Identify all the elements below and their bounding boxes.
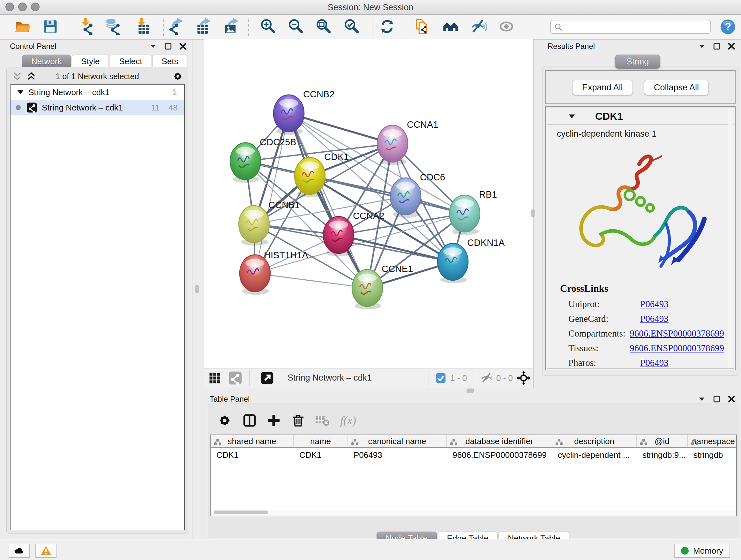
selected-counts: 1 - 0 — [450, 373, 467, 383]
network-node[interactable]: CCNA2 — [323, 211, 384, 256]
export-table-button[interactable] — [195, 18, 212, 35]
collapse-all-button[interactable]: Collapse All — [644, 80, 709, 95]
gene-card-header[interactable]: CDK1 — [547, 108, 734, 125]
panel-menu-icon[interactable] — [697, 395, 706, 403]
panel-close-icon[interactable] — [727, 395, 736, 403]
crosslink-link[interactable]: 9606.ENSP00000378699 — [630, 328, 724, 343]
import-network-file-button[interactable] — [78, 18, 95, 35]
node-label: CCNB2 — [303, 89, 334, 99]
panel-menu-icon[interactable] — [149, 42, 158, 51]
edge-count: 48 — [169, 103, 178, 113]
column-header-name[interactable]: name — [293, 435, 348, 447]
network-node[interactable]: CDKN1A — [437, 238, 505, 283]
open-in-new-window-icon[interactable] — [260, 371, 274, 385]
table-row[interactable]: CDK1CDK1P064939606.ENSP00000378699cyclin… — [211, 448, 736, 462]
warning-button[interactable] — [36, 544, 57, 558]
fit-content-crosshair-icon[interactable] — [516, 370, 531, 386]
tab-string[interactable]: String — [615, 55, 660, 69]
network-node[interactable]: CCNB2 — [273, 89, 334, 135]
help-button[interactable]: ? — [720, 19, 736, 35]
table-cell[interactable]: CDK1 — [211, 450, 293, 460]
tab-network[interactable]: Network — [22, 55, 71, 68]
table-add-icon[interactable] — [266, 413, 281, 428]
column-header-canonical-name[interactable]: canonical name — [348, 435, 447, 447]
selected-checkbox-icon[interactable] — [435, 372, 447, 384]
table-panel-title: Table Panel — [210, 395, 250, 403]
expand-all-button[interactable]: Expand All — [572, 80, 633, 95]
table-cell[interactable]: P06493 — [348, 450, 447, 460]
crosslink-link[interactable]: P06493 — [640, 299, 669, 314]
network-from-selection-button[interactable] — [414, 18, 430, 35]
export-network-button[interactable] — [167, 18, 184, 35]
node-label: CDK1 — [324, 152, 349, 162]
tab-style[interactable]: Style — [72, 55, 109, 68]
network-row[interactable]: String Network – cdk1 11 48 — [10, 100, 184, 115]
results-scrollbar[interactable] — [728, 109, 733, 368]
column-header--id[interactable]: @id — [636, 435, 688, 447]
zoom-in-button[interactable] — [260, 18, 276, 35]
memory-label: Memory — [693, 546, 723, 556]
crosslink-row: GeneCard: P06493 — [560, 314, 724, 328]
left-splitter-handle[interactable] — [195, 285, 199, 293]
table-delete-row-icon[interactable] — [290, 413, 306, 428]
search-input[interactable] — [565, 21, 707, 33]
network-list: String Network – cdk1 1 String Network –… — [10, 84, 185, 530]
triangle-down-icon[interactable] — [16, 88, 24, 97]
column-header-namespace[interactable]: namespace — [688, 435, 739, 447]
refresh-button[interactable] — [379, 18, 395, 35]
cloud-button[interactable] — [9, 544, 30, 558]
panel-close-icon[interactable] — [179, 42, 187, 51]
crosslink-link[interactable]: P06493 — [640, 358, 669, 372]
triangle-down-icon[interactable] — [568, 112, 576, 121]
table-cell[interactable]: cyclin-dependent ... — [552, 450, 636, 460]
hide-selected-button[interactable] — [470, 18, 487, 35]
tab-select[interactable]: Select — [110, 55, 151, 68]
zoom-out-button[interactable] — [287, 18, 304, 35]
network-node[interactable]: RB1 — [449, 189, 497, 235]
network-node[interactable]: CCNE1 — [352, 264, 413, 309]
home-button[interactable] — [442, 18, 459, 35]
column-header-database-identifier[interactable]: database identifier — [447, 435, 552, 447]
table-gear-icon[interactable] — [217, 413, 232, 428]
table-columns-icon[interactable] — [242, 413, 257, 428]
birdseye-grid-icon[interactable] — [208, 371, 222, 385]
zoom-selected-button[interactable] — [343, 18, 360, 35]
network-node[interactable]: HIST1H1A — [240, 250, 308, 295]
open-session-button[interactable] — [14, 18, 30, 35]
column-header-description[interactable]: description — [552, 435, 636, 447]
right-splitter-handle[interactable] — [531, 209, 535, 217]
table-hscroll-thumb[interactable] — [214, 510, 268, 514]
table-cell[interactable]: CDK1 — [293, 450, 348, 460]
column-header-shared-name[interactable]: shared name — [211, 435, 293, 447]
import-network-database-button[interactable] — [105, 18, 121, 35]
network-node[interactable]: CDK1 — [294, 152, 349, 197]
network-options-gear-icon[interactable] — [172, 71, 184, 82]
shared-column-icon — [214, 438, 221, 445]
import-table-button[interactable] — [134, 18, 151, 35]
network-share-icon-disabled[interactable] — [228, 371, 242, 385]
panel-close-icon[interactable] — [727, 42, 736, 51]
table-function-icon: f(x) — [339, 413, 364, 428]
table-cell[interactable]: stringdb — [688, 450, 739, 460]
panel-float-icon[interactable] — [712, 395, 721, 403]
network-collection-row[interactable]: String Network – cdk1 1 — [10, 84, 184, 100]
bottom-splitter-handle[interactable] — [467, 388, 474, 393]
network-node[interactable]: CDC6 — [390, 172, 445, 218]
shared-column-icon — [555, 438, 563, 445]
export-image-button[interactable] — [223, 18, 239, 35]
crosslink-link[interactable]: P06493 — [640, 314, 669, 328]
save-session-button[interactable] — [42, 18, 59, 35]
network-node[interactable]: CCNB1 — [239, 200, 300, 246]
tab-sets[interactable]: Sets — [152, 55, 187, 68]
table-cell[interactable]: 9606.ENSP00000378699 — [447, 450, 552, 460]
zoom-fit-button[interactable] — [315, 18, 332, 35]
panel-menu-icon[interactable] — [697, 42, 706, 51]
network-canvas[interactable]: CCNB2 CCNA1 CDC25B CDK1 — [204, 39, 533, 368]
panel-float-icon[interactable] — [712, 42, 721, 51]
memory-button[interactable]: Memory — [674, 544, 730, 558]
show-selected-button[interactable] — [498, 18, 515, 35]
crosslink-link[interactable]: 9606.ENSP00000378699 — [630, 343, 724, 358]
panel-float-icon[interactable] — [164, 42, 173, 51]
table-cell[interactable]: stringdb:9... — [636, 450, 688, 460]
string-results-box: Expand All Collapse All CDK1 cyclin-depe… — [542, 66, 738, 376]
